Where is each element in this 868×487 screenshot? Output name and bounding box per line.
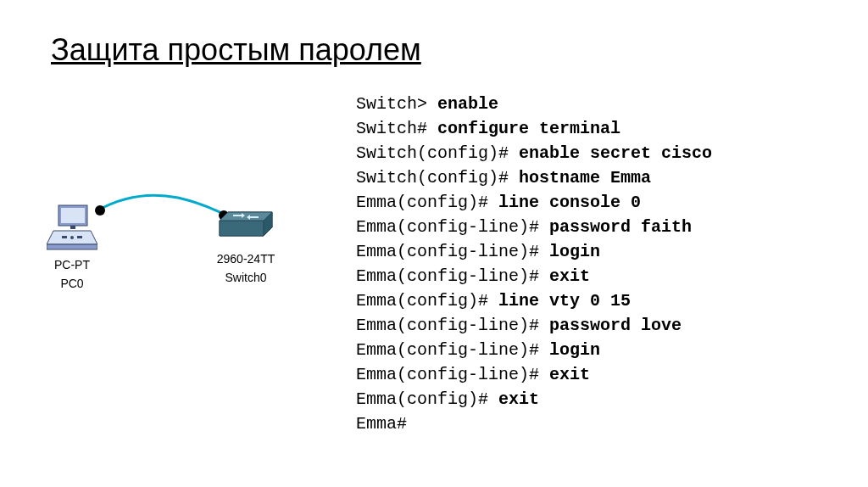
terminal-command: enable	[437, 94, 498, 114]
terminal-line: Switch(config)# enable secret cisco	[356, 141, 712, 165]
pc-label-name: PC0	[42, 276, 102, 291]
terminal-command: login	[549, 242, 600, 261]
terminal-line: Emma(config-line)# password faith	[356, 215, 712, 239]
svg-rect-1	[61, 208, 85, 223]
terminal-line: Emma(config)# line console 0	[356, 190, 712, 215]
terminal-prompt: Emma(config)#	[356, 193, 498, 212]
terminal-command: line console 0	[498, 193, 641, 212]
terminal-prompt: Emma(config)#	[356, 291, 498, 311]
svg-rect-4	[62, 236, 67, 238]
terminal-prompt: Emma(config-line)#	[356, 242, 549, 261]
terminal-line: Switch(config)# hostname Emma	[356, 165, 712, 190]
terminal-line: Emma(config-line)# password love	[356, 313, 712, 338]
terminal-command: enable secret cisco	[519, 143, 712, 163]
terminal-prompt: Emma(config)#	[356, 389, 498, 409]
terminal-prompt: Emma(config-line)#	[356, 365, 549, 384]
svg-point-3	[70, 236, 74, 239]
terminal-line: Emma(config-line)# exit	[356, 264, 712, 288]
terminal-command: login	[549, 340, 600, 360]
switch-icon	[216, 210, 275, 244]
switch-device: 2960-24TT Switch0	[208, 210, 284, 285]
terminal-output: Switch> enableSwitch# configure terminal…	[356, 92, 712, 436]
terminal-command: exit	[549, 266, 590, 286]
terminal-line: Emma#	[356, 411, 712, 436]
terminal-line: Switch# configure terminal	[356, 116, 712, 141]
switch-label-model: 2960-24TT	[208, 251, 284, 266]
terminal-command: line vty 0 15	[498, 291, 631, 311]
terminal-command: exit	[498, 389, 539, 409]
terminal-command: hostname Emma	[519, 168, 651, 188]
terminal-line: Emma(config-line)# login	[356, 239, 712, 264]
terminal-prompt: Emma(config-line)#	[356, 217, 549, 237]
pc-label-model: PC-PT	[42, 257, 102, 272]
terminal-prompt: Switch(config)#	[356, 168, 519, 188]
svg-rect-2	[70, 226, 75, 229]
terminal-prompt: Switch#	[356, 119, 437, 138]
terminal-command: password love	[549, 316, 682, 335]
page-title: Защита простым паролем	[51, 32, 421, 68]
terminal-command: configure terminal	[437, 119, 620, 138]
terminal-command: password faith	[549, 217, 692, 237]
pc-icon	[47, 204, 97, 250]
terminal-prompt: Emma#	[356, 414, 407, 434]
terminal-line: Emma(config-line)# exit	[356, 362, 712, 387]
terminal-line: Emma(config)# line vty 0 15	[356, 288, 712, 313]
network-topology: PC-PT PC0 2960-24TT Switch0	[34, 178, 305, 314]
terminal-prompt: Emma(config-line)#	[356, 266, 549, 286]
svg-rect-5	[77, 236, 82, 238]
terminal-prompt: Emma(config-line)#	[356, 340, 549, 360]
pc-device: PC-PT PC0	[42, 204, 102, 291]
terminal-command: exit	[549, 365, 590, 384]
terminal-line: Emma(config-line)# login	[356, 338, 712, 362]
terminal-line: Switch> enable	[356, 92, 712, 116]
terminal-prompt: Switch>	[356, 94, 437, 114]
terminal-prompt: Switch(config)#	[356, 143, 519, 163]
terminal-line: Emma(config)# exit	[356, 387, 712, 411]
terminal-prompt: Emma(config-line)#	[356, 316, 549, 335]
switch-label-name: Switch0	[208, 270, 284, 285]
